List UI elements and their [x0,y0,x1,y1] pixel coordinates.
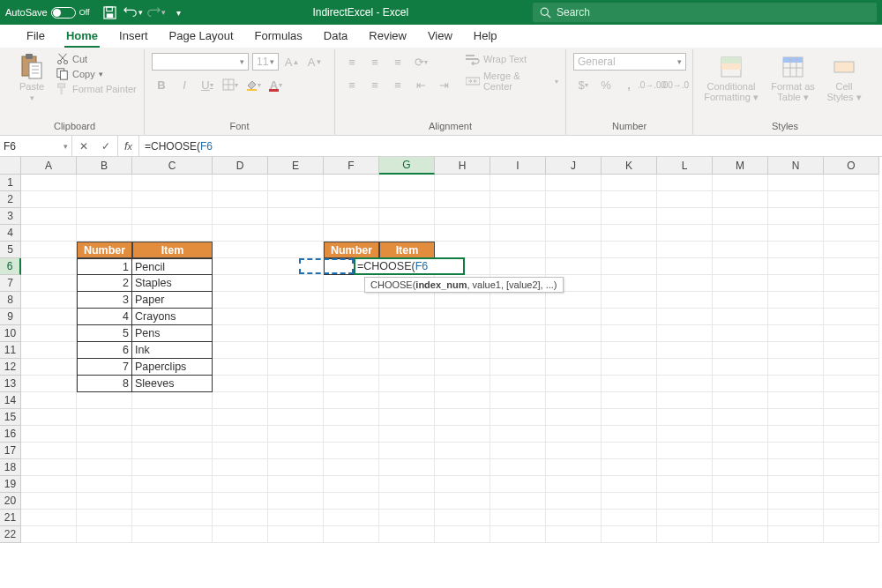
cell-I2[interactable] [490,191,546,208]
cell-O5[interactable] [824,242,879,258]
cell-K14[interactable] [602,392,657,409]
row-header-5[interactable]: 5 [0,242,21,258]
cell-G21[interactable] [379,510,435,526]
cell-D20[interactable] [213,493,268,510]
cell-J8[interactable] [546,292,602,309]
cell-K16[interactable] [602,426,657,443]
cell-F17[interactable] [324,443,379,459]
number-format-combo[interactable]: General [573,53,686,71]
cell-O22[interactable] [824,526,879,543]
cell-A15[interactable] [21,409,77,426]
row-header-22[interactable]: 22 [0,526,21,543]
cell-E8[interactable] [268,292,324,309]
cell-B17[interactable] [77,443,132,459]
cell-D15[interactable] [213,409,268,426]
fill-color-icon[interactable]: ▾ [243,76,263,93]
cell-M14[interactable] [713,392,768,409]
col-header-C[interactable]: C [132,157,213,175]
cell-J6[interactable] [546,258,602,275]
cell-C22[interactable] [132,526,213,543]
cell-I22[interactable] [490,526,546,543]
cell-O13[interactable] [824,376,879,392]
col-header-G[interactable]: G [379,157,435,175]
cell-H5[interactable] [435,242,490,258]
cell-D5[interactable] [213,242,268,258]
cell-M4[interactable] [713,225,768,242]
cell-C19[interactable] [132,476,213,493]
cell-G18[interactable] [379,459,435,476]
cell-A20[interactable] [21,493,77,510]
cell-F16[interactable] [324,426,379,443]
decrease-indent-icon[interactable]: ⇤ [411,76,430,93]
row-header-16[interactable]: 16 [0,426,21,443]
cell-A10[interactable] [21,325,77,342]
cell-L5[interactable] [657,242,713,258]
cell-O17[interactable] [824,443,879,459]
cell-C2[interactable] [132,191,213,208]
cell-D2[interactable] [213,191,268,208]
col-header-N[interactable]: N [768,157,824,175]
increase-indent-icon[interactable]: ⇥ [434,76,453,93]
cell-L7[interactable] [657,275,713,292]
cell-C15[interactable] [132,409,213,426]
cell-H4[interactable] [435,225,490,242]
cell-L9[interactable] [657,309,713,325]
cell-N12[interactable] [768,359,824,376]
cell-A13[interactable] [21,376,77,392]
cell-M8[interactable] [713,292,768,309]
cell-I9[interactable] [490,309,546,325]
cell-J15[interactable] [546,409,602,426]
cell-B6[interactable]: 1 [77,258,132,275]
cell-O6[interactable] [824,258,879,275]
cell-G19[interactable] [379,476,435,493]
cell-B4[interactable] [77,225,132,242]
row-header-12[interactable]: 12 [0,359,21,376]
cell-N17[interactable] [768,443,824,459]
cell-O1[interactable] [824,175,879,191]
cell-O14[interactable] [824,392,879,409]
cell-J22[interactable] [546,526,602,543]
cell-M5[interactable] [713,242,768,258]
cell-B7[interactable]: 2 [77,275,132,292]
cut-button[interactable]: Cut [56,53,137,65]
tab-home[interactable]: Home [56,26,108,48]
cell-N3[interactable] [768,208,824,225]
cell-J4[interactable] [546,225,602,242]
cell-K12[interactable] [602,359,657,376]
cell-J11[interactable] [546,342,602,359]
cell-N4[interactable] [768,225,824,242]
cell-G13[interactable] [379,376,435,392]
font-color-icon[interactable]: A▾ [266,76,286,93]
cell-E5[interactable] [268,242,324,258]
col-header-L[interactable]: L [657,157,713,175]
cell-B11[interactable]: 6 [77,342,132,359]
cell-N1[interactable] [768,175,824,191]
cell-K1[interactable] [602,175,657,191]
cell-L21[interactable] [657,510,713,526]
cell-K6[interactable] [602,258,657,275]
cell-G16[interactable] [379,426,435,443]
cell-K2[interactable] [602,191,657,208]
cell-D22[interactable] [213,526,268,543]
cell-I3[interactable] [490,208,546,225]
cell-H2[interactable] [435,191,490,208]
cell-D8[interactable] [213,292,268,309]
cell-O8[interactable] [824,292,879,309]
cell-A22[interactable] [21,526,77,543]
cell-G12[interactable] [379,359,435,376]
cell-D3[interactable] [213,208,268,225]
font-size-combo[interactable]: 11 [252,53,279,71]
cell-H16[interactable] [435,426,490,443]
cell-B12[interactable]: 7 [77,359,132,376]
cell-L3[interactable] [657,208,713,225]
cell-D7[interactable] [213,275,268,292]
cell-L12[interactable] [657,359,713,376]
cell-O12[interactable] [824,359,879,376]
cell-G14[interactable] [379,392,435,409]
decrease-font-icon[interactable]: A▼ [305,53,325,71]
cell-D6[interactable] [213,258,268,275]
accounting-icon[interactable]: $▾ [573,76,593,93]
cell-C14[interactable] [132,392,213,409]
cell-N5[interactable] [768,242,824,258]
tab-insert[interactable]: Insert [108,26,159,48]
